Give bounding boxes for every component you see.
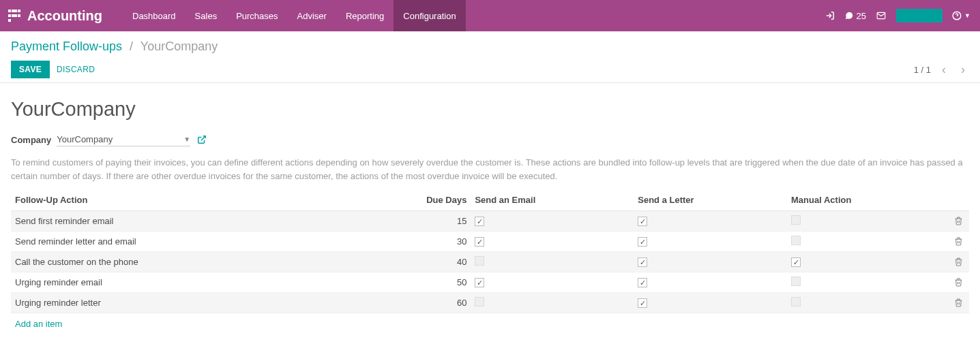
cell-email: [471, 252, 634, 272]
top-navbar: Accounting Dashboard Sales Purchases Adv…: [0, 0, 980, 31]
checkbox[interactable]: [475, 297, 484, 306]
nav-left: Accounting Dashboard Sales Purchases Adv…: [5, 0, 466, 31]
cell-letter: ✓: [634, 293, 787, 313]
breadcrumb: Payment Follow-ups / YourCompany: [11, 40, 969, 54]
checkbox[interactable]: ✓: [475, 278, 484, 287]
cell-due-days: 40: [356, 252, 471, 272]
cell-due-days: 30: [356, 232, 471, 252]
cell-due-days: 15: [356, 211, 471, 232]
company-value: YourCompany: [57, 134, 183, 144]
checkbox[interactable]: [791, 297, 801, 306]
breadcrumb-current: YourCompany: [140, 40, 218, 53]
delete-row-icon[interactable]: [950, 272, 969, 293]
login-icon[interactable]: [825, 11, 835, 20]
apps-icon[interactable]: [8, 10, 20, 22]
messages-icon[interactable]: 25: [844, 11, 866, 21]
checkbox[interactable]: [475, 256, 484, 266]
chevron-down-icon: ▼: [183, 136, 190, 143]
delete-row-icon[interactable]: [950, 293, 969, 313]
col-action: Follow-Up Action: [11, 189, 356, 211]
cell-action: Urging reminder email: [11, 272, 356, 293]
cell-letter: ✓: [634, 232, 787, 252]
cell-manual: [787, 211, 950, 232]
col-manual-action: Manual Action: [787, 189, 950, 211]
discard-button[interactable]: DISCARD: [57, 65, 95, 74]
breadcrumb-parent[interactable]: Payment Follow-ups: [11, 40, 122, 53]
nav-menu: Dashboard Sales Purchases Adviser Report…: [123, 0, 466, 31]
cell-email: [471, 293, 634, 313]
help-text: To remind customers of paying their invo…: [11, 156, 969, 183]
app-title: Accounting: [27, 8, 102, 24]
form-sheet: YourCompany Company YourCompany ▼ To rem…: [0, 83, 980, 345]
followup-table: Follow-Up Action Due Days Send an Email …: [11, 189, 969, 313]
svg-line-4: [201, 136, 205, 140]
checkbox[interactable]: [791, 277, 801, 286]
cell-due-days: 60: [356, 293, 471, 313]
cell-manual: ✓: [787, 252, 950, 272]
checkbox[interactable]: [791, 215, 801, 225]
mail-icon[interactable]: [876, 11, 887, 20]
pager-next[interactable]: ›: [957, 62, 969, 77]
cell-email: ✓: [471, 232, 634, 252]
cell-manual: [787, 293, 950, 313]
breadcrumb-separator: /: [130, 40, 133, 53]
checkbox[interactable]: ✓: [638, 257, 647, 267]
col-due-days: Due Days: [356, 189, 471, 211]
cell-letter: ✓: [634, 272, 787, 293]
menu-reporting[interactable]: Reporting: [336, 0, 394, 31]
pager: 1 / 1 ‹ ›: [914, 62, 969, 77]
checkbox[interactable]: [791, 236, 801, 245]
menu-adviser[interactable]: Adviser: [288, 0, 336, 31]
col-send-email: Send an Email: [471, 189, 634, 211]
checkbox[interactable]: ✓: [638, 298, 647, 308]
add-item-link[interactable]: Add an item: [11, 313, 66, 334]
checkbox[interactable]: ✓: [475, 237, 484, 247]
table-row[interactable]: Urging reminder email50✓✓: [11, 272, 969, 293]
save-button[interactable]: SAVE: [11, 61, 50, 78]
cell-action: Call the customer on the phone: [11, 252, 356, 272]
cell-action: Send reminder letter and email: [11, 232, 356, 252]
cell-letter: ✓: [634, 252, 787, 272]
checkbox[interactable]: ✓: [475, 217, 484, 226]
company-field-row: Company YourCompany ▼: [11, 133, 969, 146]
checkbox[interactable]: ✓: [638, 217, 647, 226]
control-panel: Payment Follow-ups / YourCompany SAVE DI…: [0, 31, 980, 83]
table-row[interactable]: Urging reminder letter60✓: [11, 293, 969, 313]
cell-email: ✓: [471, 211, 634, 232]
cell-action: Send first reminder email: [11, 211, 356, 232]
delete-row-icon[interactable]: [950, 252, 969, 272]
col-send-letter: Send a Letter: [634, 189, 787, 211]
table-row[interactable]: Send reminder letter and email30✓✓: [11, 232, 969, 252]
menu-sales[interactable]: Sales: [185, 0, 227, 31]
checkbox[interactable]: ✓: [791, 257, 801, 267]
user-badge[interactable]: [896, 9, 942, 22]
cell-email: ✓: [471, 272, 634, 293]
delete-row-icon[interactable]: [950, 232, 969, 252]
delete-row-icon[interactable]: [950, 211, 969, 232]
cell-action: Urging reminder letter: [11, 293, 356, 313]
cell-manual: [787, 272, 950, 293]
menu-configuration[interactable]: Configuration: [394, 0, 465, 31]
pager-position: 1 / 1: [914, 65, 931, 75]
table-row[interactable]: Send first reminder email15✓✓: [11, 211, 969, 232]
control-row: SAVE DISCARD 1 / 1 ‹ ›: [11, 61, 969, 78]
external-link-icon[interactable]: [197, 135, 207, 144]
checkbox[interactable]: ✓: [638, 237, 647, 247]
nav-right: 25 ▼: [825, 9, 975, 22]
help-icon[interactable]: ▼: [952, 11, 970, 20]
cell-due-days: 50: [356, 272, 471, 293]
table-row[interactable]: Call the customer on the phone40✓✓: [11, 252, 969, 272]
cell-manual: [787, 232, 950, 252]
pager-prev[interactable]: ‹: [938, 62, 950, 77]
messages-count: 25: [857, 11, 866, 21]
company-dropdown[interactable]: YourCompany ▼: [57, 133, 190, 146]
company-label: Company: [11, 135, 51, 145]
checkbox[interactable]: ✓: [638, 278, 647, 287]
record-title: YourCompany: [11, 98, 969, 121]
menu-purchases[interactable]: Purchases: [226, 0, 287, 31]
cell-letter: ✓: [634, 211, 787, 232]
menu-dashboard[interactable]: Dashboard: [123, 0, 185, 31]
